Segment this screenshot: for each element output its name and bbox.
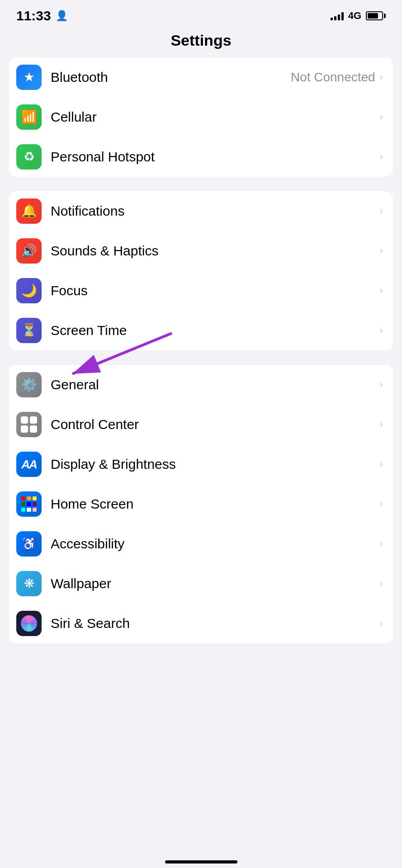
cellular-symbol: 📶 xyxy=(21,111,37,123)
signal-bar-4 xyxy=(341,12,344,20)
chevron-icon: › xyxy=(380,245,383,257)
bluetooth-symbol: ★ xyxy=(24,71,35,84)
sidebar-item-sounds[interactable]: 🔊 Sounds & Haptics › xyxy=(9,231,393,271)
network-label: 4G xyxy=(348,10,361,22)
signal-icon xyxy=(331,11,344,20)
status-bar: 11:33 👤 4G xyxy=(0,0,402,28)
sidebar-item-display[interactable]: AA Display & Brightness › xyxy=(9,444,393,484)
sounds-symbol: 🔊 xyxy=(21,245,37,257)
sounds-label: Sounds & Haptics xyxy=(51,243,380,259)
homescreen-symbol xyxy=(21,496,37,512)
display-label: Display & Brightness xyxy=(51,457,380,472)
accessibility-label: Accessibility xyxy=(51,536,380,552)
controlcenter-symbol xyxy=(21,416,37,433)
homescreen-icon xyxy=(16,491,42,517)
bluetooth-label: Bluetooth xyxy=(51,70,291,85)
controlcenter-icon xyxy=(16,412,42,437)
signal-bar-1 xyxy=(331,18,333,20)
chevron-icon: › xyxy=(380,111,383,123)
status-right: 4G xyxy=(331,10,386,22)
sounds-icon: 🔊 xyxy=(16,238,42,264)
sidebar-item-cellular[interactable]: 📶 Cellular › xyxy=(9,97,393,137)
screentime-icon: ⏳ xyxy=(16,318,42,343)
chevron-icon: › xyxy=(380,498,383,510)
chevron-icon: › xyxy=(380,618,383,629)
focus-symbol: 🌙 xyxy=(21,284,37,297)
cellular-label: Cellular xyxy=(51,109,380,125)
battery-fill xyxy=(368,13,378,19)
screentime-symbol: ⏳ xyxy=(21,324,37,337)
sidebar-item-siri[interactable]: Siri & Search › xyxy=(9,604,393,643)
siri-symbol xyxy=(21,615,37,632)
sidebar-item-hotspot[interactable]: ♻ Personal Hotspot › xyxy=(9,137,393,177)
accessibility-icon: ♿ xyxy=(16,531,42,557)
person-icon: 👤 xyxy=(56,10,68,22)
chevron-icon: › xyxy=(380,578,383,590)
display-symbol: AA xyxy=(21,458,37,470)
sidebar-item-controlcenter[interactable]: Control Center › xyxy=(9,405,393,444)
bluetooth-icon: ★ xyxy=(16,65,42,90)
home-indicator xyxy=(165,860,237,863)
chevron-icon: › xyxy=(380,379,383,391)
screentime-label: Screen Time xyxy=(51,323,380,338)
sidebar-item-notifications[interactable]: 🔔 Notifications › xyxy=(9,191,393,231)
chevron-icon: › xyxy=(380,458,383,470)
page-title: Settings xyxy=(0,28,402,57)
focus-icon: 🌙 xyxy=(16,278,42,303)
chevron-icon: › xyxy=(380,325,383,336)
chevron-icon: › xyxy=(380,71,383,83)
wallpaper-symbol: ❋ xyxy=(24,577,34,590)
cellular-icon: 📶 xyxy=(16,104,42,130)
sidebar-item-focus[interactable]: 🌙 Focus › xyxy=(9,271,393,311)
bluetooth-value: Not Connected xyxy=(291,70,375,85)
chevron-icon: › xyxy=(380,419,383,430)
sidebar-item-homescreen[interactable]: Home Screen › xyxy=(9,484,393,524)
battery-icon xyxy=(366,11,386,20)
siri-label: Siri & Search xyxy=(51,616,380,631)
focus-label: Focus xyxy=(51,283,380,298)
settings-group-notifications: 🔔 Notifications › 🔊 Sounds & Haptics › 🌙… xyxy=(9,191,393,350)
hotspot-symbol: ♻ xyxy=(24,151,35,163)
wallpaper-label: Wallpaper xyxy=(51,576,380,591)
controlcenter-label: Control Center xyxy=(51,417,380,432)
signal-bar-3 xyxy=(338,14,340,20)
time-display: 11:33 xyxy=(16,8,51,24)
chevron-icon: › xyxy=(380,151,383,163)
status-time: 11:33 👤 xyxy=(16,8,68,24)
settings-group-connectivity: ★ Bluetooth Not Connected › 📶 Cellular ›… xyxy=(9,57,393,177)
display-icon: AA xyxy=(16,452,42,477)
sidebar-item-bluetooth[interactable]: ★ Bluetooth Not Connected › xyxy=(9,57,393,97)
general-label: General xyxy=(51,377,380,392)
chevron-icon: › xyxy=(380,205,383,217)
battery-body xyxy=(366,11,383,20)
sidebar-item-general[interactable]: ⚙️ General › xyxy=(9,365,393,405)
notifications-symbol: 🔔 xyxy=(21,205,37,217)
chevron-icon: › xyxy=(380,285,383,297)
settings-group-main: ⚙️ General › Control Center › AA Disp xyxy=(9,365,393,643)
chevron-icon: › xyxy=(380,538,383,550)
wallpaper-icon: ❋ xyxy=(16,571,42,596)
sidebar-item-accessibility[interactable]: ♿ Accessibility › xyxy=(9,524,393,564)
hotspot-icon: ♻ xyxy=(16,144,42,170)
homescreen-label: Home Screen xyxy=(51,496,380,512)
hotspot-label: Personal Hotspot xyxy=(51,149,380,165)
battery-tip xyxy=(384,14,386,18)
sidebar-item-screentime[interactable]: ⏳ Screen Time › xyxy=(9,311,393,350)
general-icon: ⚙️ xyxy=(16,372,42,397)
general-symbol: ⚙️ xyxy=(21,378,37,391)
siri-icon xyxy=(16,611,42,636)
accessibility-symbol: ♿ xyxy=(21,538,37,550)
notifications-label: Notifications xyxy=(51,203,380,219)
notifications-icon: 🔔 xyxy=(16,198,42,224)
sidebar-item-wallpaper[interactable]: ❋ Wallpaper › xyxy=(9,564,393,604)
signal-bar-2 xyxy=(334,16,336,20)
